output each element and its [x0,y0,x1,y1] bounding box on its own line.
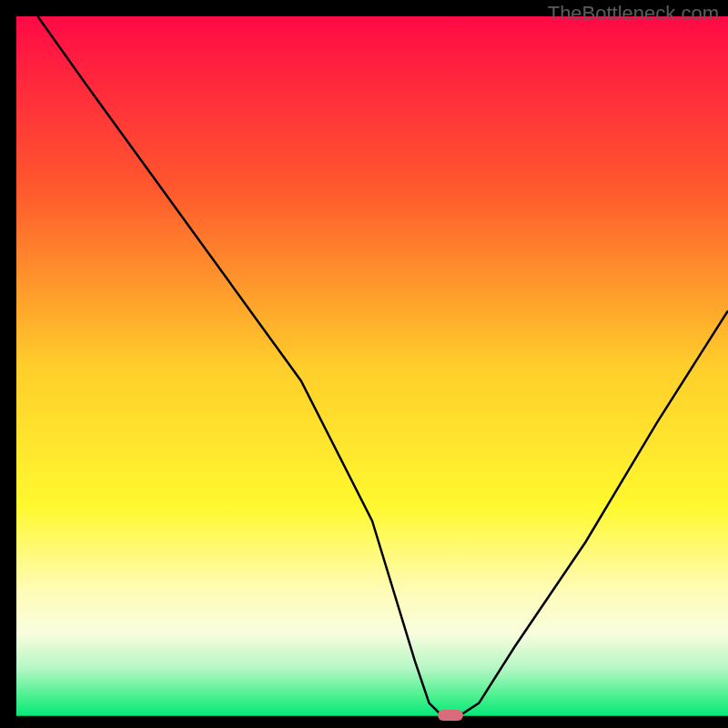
chart-container: TheBottleneck.com [0,0,728,728]
chart-gradient-background [16,16,728,717]
optimal-marker [438,710,463,721]
bottleneck-chart-svg [0,0,728,728]
watermark-text: TheBottleneck.com [548,2,719,25]
